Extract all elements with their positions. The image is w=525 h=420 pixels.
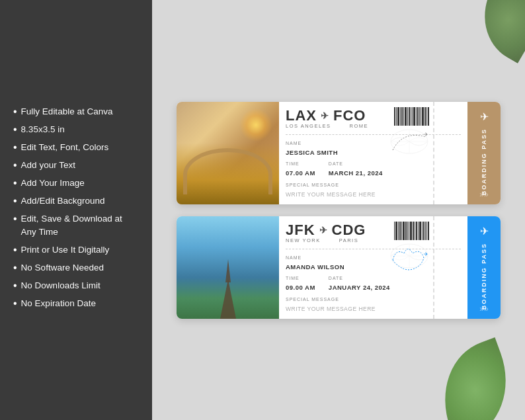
barcode-line xyxy=(415,222,415,240)
bp-route: LAX ✈ FCO xyxy=(286,107,461,124)
svg-text:✈: ✈ xyxy=(424,251,428,257)
barcode-line xyxy=(405,222,407,240)
to-city: PARIS xyxy=(339,237,358,243)
list-item: Fully Editable at Canva xyxy=(13,105,139,119)
list-item: Add Your Image xyxy=(13,177,139,190)
barcode-line xyxy=(418,222,419,240)
barcode-line xyxy=(407,107,408,126)
barcode-lines xyxy=(394,222,429,240)
route-arrow-icon: ✈ xyxy=(321,110,329,121)
barcode-line xyxy=(394,107,395,126)
barcode-line xyxy=(416,222,417,240)
list-item: Edit Text, Font, Colors xyxy=(13,141,139,155)
plane-icon: ✈ xyxy=(480,110,489,123)
main-content: LAX ✈ FCO xyxy=(152,0,525,420)
barcode-line xyxy=(400,107,401,126)
barcode xyxy=(394,107,429,126)
bp-special-message: SPECIAL MESSAGE WRITE YOUR MESSAGE HERE xyxy=(286,183,461,199)
bp-route: JFK ✈ CDG xyxy=(286,222,461,239)
boarding-pass-jfk-cdg: JFK ✈ CDG xyxy=(177,216,501,319)
barcode-line xyxy=(426,222,427,240)
barcode-line xyxy=(412,107,413,126)
barcode-line xyxy=(425,222,426,240)
from-code: LAX xyxy=(286,107,317,124)
dashed-separator xyxy=(433,102,434,204)
eiffel-tower-decoration xyxy=(218,259,238,319)
barcode-line xyxy=(399,222,401,240)
from-code: JFK xyxy=(286,222,315,239)
barcode-line xyxy=(401,222,402,240)
bp-date-field: DATE JANUARY 24, 2024 xyxy=(329,276,390,292)
to-code: CDG xyxy=(332,222,366,239)
bp-body-lax-fco: LAX ✈ FCO xyxy=(279,102,467,204)
boarding-pass-label: BOARDING PASS xyxy=(481,243,487,310)
barcode-line xyxy=(403,107,404,126)
barcode-line xyxy=(405,107,407,126)
barcode-line xyxy=(403,222,405,240)
bp-name-field: NAME AMANDA WILSON xyxy=(286,255,344,272)
bp-header: JFK ✈ CDG xyxy=(286,222,461,243)
barcode-line xyxy=(416,107,417,126)
barcode-line xyxy=(426,107,427,126)
flight-path-decoration: ✈ xyxy=(389,127,429,157)
bp-name-field: NAME JESSICA SMITH xyxy=(286,141,338,157)
barcode-line xyxy=(413,222,414,240)
boarding-pass-label: BOARDING PASS xyxy=(481,128,487,195)
boarding-pass-lax-fco: LAX ✈ FCO xyxy=(177,102,501,204)
list-item: No Software Needed xyxy=(13,261,139,275)
bp-special-message: SPECIAL MESSAGE WRITE YOUR MESSAGE HERE xyxy=(286,297,461,314)
bp-header: LAX ✈ FCO xyxy=(286,107,461,129)
barcode-line xyxy=(397,107,399,126)
sun-ray-decoration xyxy=(239,108,272,142)
barcode-line xyxy=(428,107,429,126)
route-arrow-icon: ✈ xyxy=(319,225,328,235)
to-city: ROME xyxy=(350,123,369,129)
svg-text:✈: ✈ xyxy=(424,132,428,138)
barcode-line xyxy=(417,107,419,126)
list-item: 8.35x3.5 in xyxy=(13,123,139,137)
barcode-line xyxy=(398,222,399,240)
list-item: Add/Edit Background xyxy=(13,194,139,208)
list-item: No Expiration Date xyxy=(13,297,139,311)
barcode-line xyxy=(395,222,397,240)
barcode-line xyxy=(411,107,411,126)
bp-info-time-date-row: TIME 07.00 AM DATE MARCH 21, 2024 xyxy=(286,161,461,178)
barcode-line xyxy=(409,107,410,126)
to-code: FCO xyxy=(333,107,366,124)
list-item: Print or Use It Digitally xyxy=(13,243,139,257)
bp-accent-bar-tan: ✈ BOARDING PASS »» xyxy=(467,102,501,204)
barcode-line xyxy=(424,107,426,126)
dashed-separator xyxy=(433,216,434,319)
barcode-line xyxy=(428,222,429,240)
leaf-top-right-decoration xyxy=(466,0,525,63)
barcode-line xyxy=(413,107,415,126)
bp-time-field: TIME 09.00 AM xyxy=(286,276,315,292)
barcode-line xyxy=(409,222,409,240)
bp-cities: NEW YORK PARIS xyxy=(286,237,461,243)
from-city: NEW YORK xyxy=(286,237,321,243)
bp-cities: LOS ANGELES ROME xyxy=(286,123,461,129)
barcode-line xyxy=(422,222,423,240)
destination-image-rome xyxy=(177,102,279,204)
barcode-line xyxy=(423,222,424,240)
feature-list: Fully Editable at Canva 8.35x3.5 in Edit… xyxy=(13,105,139,315)
barcode-line xyxy=(394,222,395,240)
chevrons-decoration: »» xyxy=(479,190,488,199)
bp-date-field: DATE MARCH 21, 2024 xyxy=(329,161,383,178)
list-item: No Downloads Limit xyxy=(13,279,139,293)
destination-image-paris xyxy=(177,216,279,319)
leaf-bottom-right-decoration xyxy=(426,337,524,420)
colosseum-arch-decoration xyxy=(183,148,272,194)
bp-accent-bar-blue: ✈ BOARDING PASS »» xyxy=(467,216,501,319)
colosseum-background xyxy=(177,102,279,204)
bp-divider xyxy=(286,134,461,135)
bp-divider xyxy=(286,249,461,249)
barcode-line xyxy=(419,107,420,126)
from-city: LOS ANGELES xyxy=(286,123,331,129)
barcode xyxy=(394,222,429,240)
sidebar: Fully Editable at Canva 8.35x3.5 in Edit… xyxy=(0,0,152,420)
list-item: Add your Text xyxy=(13,159,139,173)
list-item: Edit, Save & Download at Any Time xyxy=(13,212,139,240)
barcode-line xyxy=(396,107,397,126)
barcode-line xyxy=(421,107,421,126)
